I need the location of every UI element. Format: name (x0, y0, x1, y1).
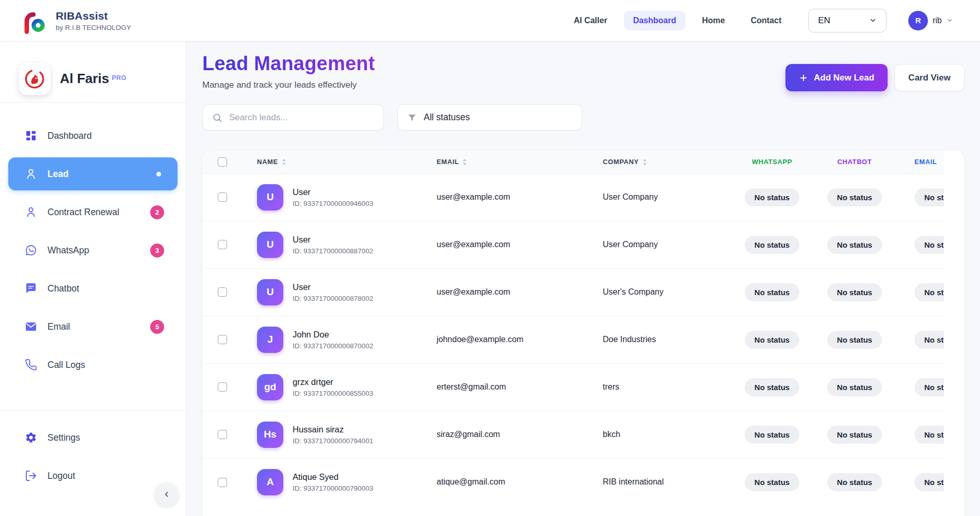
count-badge: 3 (150, 244, 164, 257)
row-checkbox[interactable] (218, 478, 227, 487)
sort-icon (282, 158, 286, 166)
sidebar-item-label: Call Logs (47, 360, 85, 370)
add-new-lead-button[interactable]: Add New Lead (785, 64, 888, 91)
row-checkbox[interactable] (218, 287, 227, 297)
row-checkbox[interactable] (218, 192, 227, 202)
sidebar-item-contract-renewal[interactable]: Contract Renewal 2 (8, 196, 178, 229)
sidebar: Al FarisPRO Dashboard Lead (0, 41, 186, 516)
email-status-badge: No status (914, 426, 944, 444)
sidebar-item-label: Contract Renewal (47, 207, 119, 218)
chatbot-status-badge: No status (827, 331, 882, 349)
chevron-down-icon (869, 17, 877, 24)
lead-email: johndoe@example.com (437, 335, 523, 344)
user-name: rib (933, 16, 942, 25)
select-all-checkbox[interactable] (218, 157, 227, 167)
sidebar-collapse-button[interactable] (155, 482, 179, 506)
lead-name: Atique Syed (293, 472, 373, 482)
search-icon (212, 112, 222, 123)
whatsapp-status-badge: No status (745, 473, 799, 491)
chatbot-status-badge: No status (827, 378, 882, 396)
sidebar-item-whatsapp[interactable]: WhatsApp 3 (8, 234, 178, 267)
nav-home[interactable]: Home (693, 11, 734, 30)
sidebar-item-chatbot[interactable]: Chatbot (8, 272, 178, 305)
avatar: R (908, 11, 928, 30)
column-header-company[interactable]: COMPANY (603, 158, 647, 166)
email-status-badge: No status (914, 331, 944, 349)
sidebar-item-label: Dashboard (47, 131, 92, 141)
whatsapp-status-badge: No status (745, 188, 799, 206)
sort-icon (642, 158, 647, 166)
chevron-left-icon (163, 490, 171, 498)
table-row[interactable]: A Atique Syed ID: 933717000000790003 ati… (202, 458, 944, 506)
leads-table-scroll-area[interactable]: NAME EMAIL (202, 151, 944, 506)
email-status-badge: No status (914, 236, 944, 254)
app-logo[interactable]: RIBAssist by R.I.B TECHNOLOGY (0, 7, 131, 34)
lead-name: grzx drtger (293, 377, 373, 387)
lead-id: ID: 933717000000870002 (293, 342, 373, 350)
lead-avatar: J (257, 327, 283, 353)
sidebar-item-label: Logout (47, 471, 75, 481)
row-checkbox[interactable] (218, 430, 227, 439)
whatsapp-status-badge: No status (745, 236, 799, 254)
lead-id: ID: 933717000000855003 (293, 390, 373, 397)
row-checkbox[interactable] (218, 335, 227, 344)
lead-email: user@example.com (437, 192, 510, 201)
chatbot-status-badge: No status (827, 188, 882, 206)
row-checkbox[interactable] (218, 240, 227, 249)
lead-id: ID: 933717000000878002 (293, 295, 373, 302)
sidebar-item-dashboard[interactable]: Dashboard (8, 119, 178, 152)
lead-company: RIB international (603, 477, 664, 486)
table-row[interactable]: J John Doe ID: 933717000000870002 johndo… (202, 316, 944, 363)
column-header-chatbot: CHATBOT (815, 151, 894, 173)
table-row[interactable]: Hs Hussain siraz ID: 933717000000794001 … (202, 411, 944, 458)
email-status-badge: No status (914, 473, 944, 491)
table-row[interactable]: U User ID: 933717000000946003 user@examp… (202, 173, 944, 221)
lead-email: atique@gmail.com (437, 477, 505, 486)
lead-name: Hussain siraz (293, 425, 373, 434)
sidebar-item-lead[interactable]: Lead (8, 157, 178, 190)
count-badge: 2 (150, 205, 164, 219)
table-header-row: NAME EMAIL (202, 151, 944, 173)
nav-ai-caller[interactable]: AI Caller (565, 11, 617, 30)
user-icon (25, 206, 37, 218)
lead-company: User Company (603, 240, 658, 249)
lead-name: User (293, 235, 373, 245)
column-header-email[interactable]: EMAIL (437, 158, 467, 166)
leads-table-card: NAME EMAIL (202, 151, 965, 516)
chevron-down-icon (946, 17, 953, 24)
user-icon (25, 168, 37, 180)
sidebar-item-call-logs[interactable]: Call Logs (8, 348, 178, 381)
card-view-button[interactable]: Card View (894, 64, 965, 91)
lead-id: ID: 933717000000946003 (293, 200, 373, 207)
phone-icon (25, 359, 37, 371)
lead-avatar: A (257, 469, 283, 495)
table-row[interactable]: U User ID: 933717000000887002 user@examp… (202, 221, 944, 268)
row-checkbox[interactable] (218, 382, 227, 392)
rb-logo-icon (21, 7, 50, 34)
lead-company: User's Company (603, 287, 664, 296)
user-menu[interactable]: R rib (908, 11, 953, 30)
table-row[interactable]: U User ID: 933717000000878002 user@examp… (202, 268, 944, 316)
sidebar-item-email[interactable]: Email 5 (8, 310, 178, 343)
whatsapp-status-badge: No status (745, 378, 799, 396)
search-input[interactable] (229, 112, 374, 123)
lead-company: User Company (603, 192, 658, 201)
lead-company: Doe Industries (603, 335, 656, 344)
language-select[interactable]: EN (808, 9, 887, 33)
lead-email: erterst@gmail.com (437, 382, 506, 391)
brand-name: RIBAssist (56, 10, 131, 22)
nav-contact[interactable]: Contact (742, 11, 791, 30)
sidebar-item-logout[interactable]: Logout (8, 459, 178, 492)
status-filter-select[interactable]: All statuses (397, 104, 582, 131)
column-header-name[interactable]: NAME (257, 158, 286, 166)
table-row[interactable]: gd grzx drtger ID: 933717000000855003 er… (202, 363, 944, 411)
lead-id: ID: 933717000000887002 (293, 247, 373, 255)
lead-id: ID: 933717000000794001 (293, 437, 373, 445)
sidebar-item-settings[interactable]: Settings (8, 421, 178, 454)
lead-avatar: gd (257, 374, 283, 400)
active-dot (156, 172, 161, 176)
whatsapp-status-badge: No status (745, 331, 799, 349)
nav-dashboard[interactable]: Dashboard (624, 11, 686, 30)
sidebar-item-label: WhatsApp (47, 245, 89, 256)
lead-avatar: U (257, 232, 283, 258)
